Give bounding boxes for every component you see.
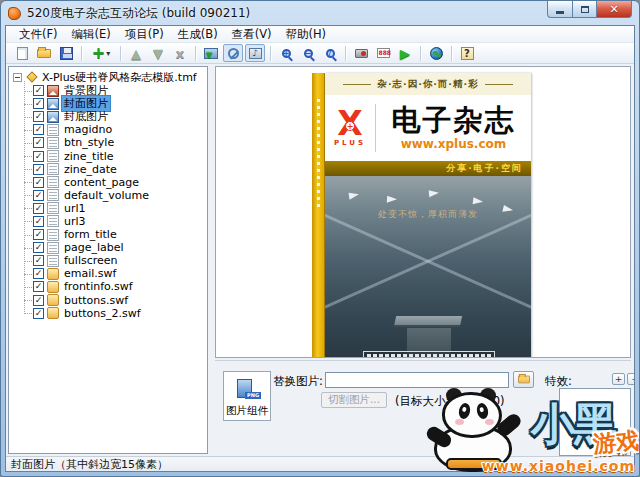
move-down-icon[interactable]: ▼ <box>148 44 168 62</box>
menu-file[interactable]: 文件(F) <box>12 26 65 43</box>
png-component-icon <box>235 377 261 401</box>
tree-item[interactable]: buttons_2.swf <box>19 307 207 320</box>
zoom-out-icon[interactable]: − <box>298 44 318 62</box>
component-type-box: 图片组件 <box>223 371 271 421</box>
tree-item[interactable]: frontinfo.swf <box>19 280 207 293</box>
checkbox-checked[interactable] <box>33 164 44 175</box>
cover-caption-box <box>363 351 495 358</box>
text-file-icon <box>47 229 59 241</box>
window-title: 520度电子杂志互动论坛 (build 090211) <box>27 5 250 22</box>
tree-item-selected[interactable]: 封面图片 <box>19 97 207 110</box>
cover-slogan: 处变不惊，厚积而薄发 <box>325 208 531 221</box>
maximize-icon <box>581 6 589 13</box>
tree-item[interactable]: content_page <box>19 176 207 189</box>
template-file-icon <box>26 71 37 82</box>
replace-image-input[interactable] <box>325 372 509 388</box>
tree-item[interactable]: buttons.swf <box>19 294 207 307</box>
swf-file-icon <box>47 294 59 306</box>
publish-globe-icon[interactable] <box>426 44 446 62</box>
text-file-icon <box>47 202 59 214</box>
toolbar-separator <box>81 46 82 61</box>
tree-item[interactable]: url3 <box>19 215 207 228</box>
page-counter-icon[interactable] <box>373 44 393 62</box>
text-file-icon <box>47 255 59 267</box>
checkbox-checked[interactable] <box>33 229 44 240</box>
toolbar: +▾ ▲ ▼ x ♪ + − / ▶ ? <box>6 43 634 64</box>
capture-icon[interactable] <box>351 44 371 62</box>
checkbox-checked[interactable] <box>33 308 44 319</box>
cover-website: www.xplus.com <box>384 137 523 151</box>
component-tree[interactable]: X-Plus硬书脊风格杂志模版.tmf 背景图片 封面图片 封底图片 magid… <box>8 66 208 454</box>
image-file-icon <box>47 85 59 97</box>
magazine-cover: 杂·志·因·你·而·精·彩 X + PLUS 电子杂志 www.xplus.co… <box>325 73 531 358</box>
preview-play-icon[interactable]: ▶ <box>395 44 415 62</box>
properties-panel: 图片组件 替换图片: 切割图片... (目标大小:403x550) 特效: + … <box>215 360 631 456</box>
zoom-in-icon[interactable]: + <box>276 44 296 62</box>
new-document-icon[interactable] <box>12 44 32 62</box>
effect-remove-button[interactable]: - <box>627 373 635 385</box>
text-file-icon <box>47 124 59 136</box>
collapse-icon[interactable] <box>13 73 22 82</box>
checkbox-checked[interactable] <box>33 85 44 96</box>
menu-project[interactable]: 项目(P) <box>118 26 171 43</box>
open-file-icon[interactable] <box>34 44 54 62</box>
checkbox-checked[interactable] <box>33 151 44 162</box>
checkbox-checked[interactable] <box>33 281 44 292</box>
add-item-icon[interactable]: +▾ <box>87 44 115 62</box>
import-image-icon[interactable] <box>201 44 221 62</box>
menu-edit[interactable]: 编辑(E) <box>65 26 118 43</box>
menu-help[interactable]: 帮助(H) <box>278 26 333 43</box>
text-file-icon <box>47 242 59 254</box>
checkbox-checked[interactable] <box>33 216 44 227</box>
checkbox-checked[interactable] <box>33 177 44 188</box>
text-file-icon <box>47 176 59 188</box>
menu-view[interactable]: 查看(V) <box>225 26 279 43</box>
move-up-icon[interactable]: ▲ <box>126 44 146 62</box>
checkbox-checked[interactable] <box>33 203 44 214</box>
menu-bar: 文件(F) 编辑(E) 项目(P) 生成(B) 查看(V) 帮助(H) <box>6 26 634 43</box>
minimize-button[interactable] <box>547 1 572 18</box>
delete-item-icon[interactable]: x <box>170 44 190 62</box>
tree-item[interactable]: 封底图片 <box>19 110 207 123</box>
tree-item[interactable]: 背景图片 <box>19 84 207 97</box>
maximize-button[interactable] <box>572 1 597 18</box>
tree-item[interactable]: default_volume <box>19 189 207 202</box>
tree-item[interactable]: form_title <box>19 228 207 241</box>
effects-label: 特效: <box>545 374 572 389</box>
cut-image-button[interactable]: 切割图片... <box>321 392 387 408</box>
toggle-disable-icon[interactable] <box>223 44 243 62</box>
effects-listbox[interactable] <box>559 388 631 456</box>
toggle-media-icon[interactable]: ♪ <box>245 44 265 62</box>
checkbox-checked[interactable] <box>33 255 44 266</box>
swf-file-icon <box>47 281 59 293</box>
browse-button[interactable] <box>513 371 534 388</box>
zoom-custom-icon[interactable]: / <box>320 44 340 62</box>
save-file-icon[interactable] <box>56 44 76 62</box>
checkbox-checked[interactable] <box>33 242 44 253</box>
swf-file-icon <box>47 307 59 319</box>
checkbox-checked[interactable] <box>33 124 44 135</box>
tree-item[interactable]: magidno <box>19 123 207 136</box>
menu-build[interactable]: 生成(B) <box>171 26 225 43</box>
checkbox-checked[interactable] <box>33 190 44 201</box>
cover-banner-text: 杂·志·因·你·而·精·彩 <box>377 78 478 91</box>
checkbox-checked[interactable] <box>33 295 44 306</box>
tree-item[interactable]: fullscreen <box>19 254 207 267</box>
tree-item[interactable]: zine_title <box>19 149 207 162</box>
tree-item[interactable]: page_label <box>19 241 207 254</box>
tree-item[interactable]: url1 <box>19 202 207 215</box>
tree-item[interactable]: btn_style <box>19 136 207 149</box>
checkbox-checked[interactable] <box>33 268 44 279</box>
target-size-label: (目标大小:403x550) <box>395 394 505 409</box>
logo-plus-icon: + <box>345 121 355 131</box>
help-icon[interactable]: ? <box>457 44 477 62</box>
folder-icon <box>518 376 530 384</box>
effect-add-button[interactable]: + <box>612 373 625 385</box>
checkbox-checked[interactable] <box>33 98 44 109</box>
checkbox-checked[interactable] <box>33 111 44 122</box>
tree-root[interactable]: X-Plus硬书脊风格杂志模版.tmf <box>13 70 207 84</box>
tree-item[interactable]: email.swf <box>19 267 207 280</box>
checkbox-checked[interactable] <box>33 137 44 148</box>
close-button[interactable]: ✕ <box>597 1 632 18</box>
tree-item[interactable]: zine_date <box>19 163 207 176</box>
